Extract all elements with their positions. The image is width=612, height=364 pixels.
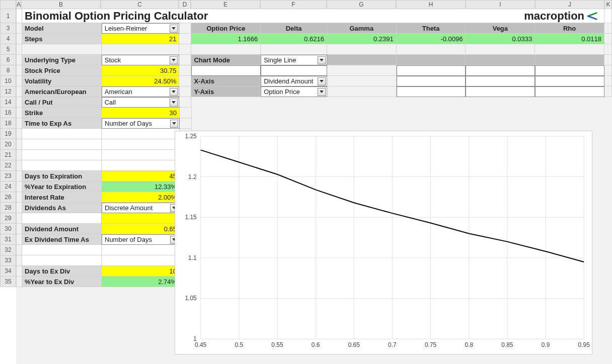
cell-C19[interactable] — [102, 129, 180, 139]
year-to-ex-div-output[interactable]: 2.74% — [102, 277, 180, 287]
cell-D5[interactable] — [179, 44, 191, 55]
cell-A26[interactable] — [16, 192, 22, 203]
ex-div-time-as-dropdown[interactable]: Number of Days — [102, 234, 180, 245]
cell-A29[interactable] — [16, 213, 22, 224]
cell-B20[interactable] — [22, 139, 102, 150]
cell-A4[interactable] — [16, 34, 22, 44]
col-I[interactable]: I — [466, 0, 535, 9]
cell-A35[interactable] — [16, 277, 22, 287]
col-G[interactable]: G — [327, 0, 396, 9]
col-J[interactable]: J — [535, 0, 604, 9]
chevron-down-icon[interactable] — [170, 56, 178, 64]
chevron-down-icon[interactable] — [170, 120, 178, 128]
cell-A8[interactable] — [16, 65, 22, 76]
cell-I8[interactable] — [466, 65, 535, 76]
row-5[interactable]: 5 — [0, 44, 16, 55]
call-put-dropdown[interactable]: Call — [102, 97, 180, 108]
row-14[interactable]: 14 — [0, 97, 16, 108]
result-vega[interactable]: 0.0333 — [466, 34, 535, 44]
cell-C29[interactable] — [102, 213, 180, 224]
result-rho[interactable]: 0.0118 — [535, 34, 604, 44]
cell-B21[interactable] — [22, 150, 102, 160]
cell-A28[interactable] — [16, 203, 22, 213]
cell-J5[interactable] — [535, 44, 604, 55]
cell-C21[interactable] — [102, 150, 180, 160]
cell-A19[interactable] — [16, 129, 22, 139]
cell-H12[interactable] — [397, 86, 466, 97]
row-34[interactable]: 34 — [0, 266, 16, 277]
chart[interactable]: 11.051.11.151.21.250.450.50.550.60.650.7… — [175, 131, 592, 354]
cell-K5[interactable] — [604, 44, 612, 55]
col-K[interactable]: K — [604, 0, 612, 9]
chevron-down-icon[interactable] — [170, 99, 178, 107]
days-to-ex-div-input[interactable]: 10 — [102, 266, 180, 277]
cell-D8[interactable] — [179, 65, 191, 76]
stock-price-input[interactable]: 30.75 — [102, 65, 180, 76]
days-to-exp-input[interactable]: 45 — [102, 171, 180, 181]
cell-C33[interactable] — [102, 255, 180, 266]
row-28[interactable]: 28 — [0, 203, 16, 213]
result-delta[interactable]: 0.6216 — [261, 34, 327, 44]
row-21[interactable]: 21 — [0, 150, 16, 160]
cell-A24[interactable] — [16, 181, 22, 192]
cell-A23[interactable] — [16, 171, 22, 181]
interest-rate-input[interactable]: 2.00% — [102, 192, 180, 203]
cell-A18[interactable] — [16, 118, 22, 129]
underlying-type-dropdown[interactable]: Stock — [102, 55, 180, 65]
cell-D3[interactable] — [179, 23, 191, 34]
chevron-down-icon[interactable] — [318, 77, 326, 85]
row-32[interactable]: 32 — [0, 245, 16, 255]
cell-D10[interactable] — [179, 76, 191, 86]
row-26[interactable]: 26 — [0, 192, 16, 203]
cell-K10[interactable] — [604, 76, 612, 86]
cell-K12[interactable] — [604, 86, 612, 97]
chevron-down-icon[interactable] — [318, 56, 326, 64]
dividends-as-dropdown[interactable]: Discrete Amount — [102, 203, 180, 213]
cell-E8[interactable] — [191, 65, 261, 76]
cell-G5[interactable] — [327, 44, 397, 55]
cell-H6[interactable] — [397, 55, 466, 65]
cell-F8[interactable] — [261, 65, 327, 76]
col-E[interactable]: E — [191, 0, 260, 9]
row-35[interactable]: 35 — [0, 277, 16, 287]
cell-C20[interactable] — [102, 139, 180, 150]
cell-B19[interactable] — [22, 129, 102, 139]
cell-H8[interactable] — [397, 65, 466, 76]
cell-A10[interactable] — [16, 76, 22, 86]
cell-D6[interactable] — [179, 55, 191, 65]
cell-G8[interactable] — [327, 65, 397, 76]
cell-H5[interactable] — [397, 44, 466, 55]
cell-A3[interactable] — [16, 23, 22, 34]
cell-A31[interactable] — [16, 234, 22, 245]
cell-K6[interactable] — [604, 55, 612, 65]
col-B[interactable]: B — [21, 0, 101, 9]
cell-A16[interactable] — [16, 108, 22, 118]
cell-D16[interactable] — [180, 108, 192, 118]
row-33[interactable]: 33 — [0, 255, 16, 266]
cell-H10[interactable] — [397, 76, 466, 86]
cell-E5[interactable] — [191, 44, 261, 55]
steps-input[interactable]: 21 — [102, 34, 180, 44]
cell-B29[interactable] — [22, 213, 102, 224]
row-19[interactable]: 19 — [0, 129, 16, 139]
row-3[interactable]: 3 — [0, 23, 16, 34]
cell-A22[interactable] — [16, 160, 22, 171]
cell-A20[interactable] — [16, 139, 22, 150]
col-D[interactable]: D — [179, 0, 191, 9]
col-H[interactable]: H — [396, 0, 466, 9]
row-1[interactable]: 1 — [0, 9, 16, 23]
col-C[interactable]: C — [101, 0, 179, 9]
cell-G6[interactable] — [327, 55, 397, 65]
result-gamma[interactable]: 0.2391 — [327, 34, 397, 44]
row-24[interactable]: 24 — [0, 181, 16, 192]
cell-J6[interactable] — [535, 55, 604, 65]
volatility-input[interactable]: 24.50% — [102, 76, 180, 86]
row-4[interactable]: 4 — [0, 34, 16, 44]
model-dropdown[interactable]: Leisen-Reimer — [102, 23, 180, 34]
row-8[interactable]: 8 — [0, 65, 16, 76]
cell-G12[interactable] — [327, 86, 397, 97]
row-31[interactable]: 31 — [0, 234, 16, 245]
row-6[interactable]: 6 — [0, 55, 16, 65]
row-16[interactable]: 16 — [0, 108, 16, 118]
cell-C22[interactable] — [102, 160, 180, 171]
